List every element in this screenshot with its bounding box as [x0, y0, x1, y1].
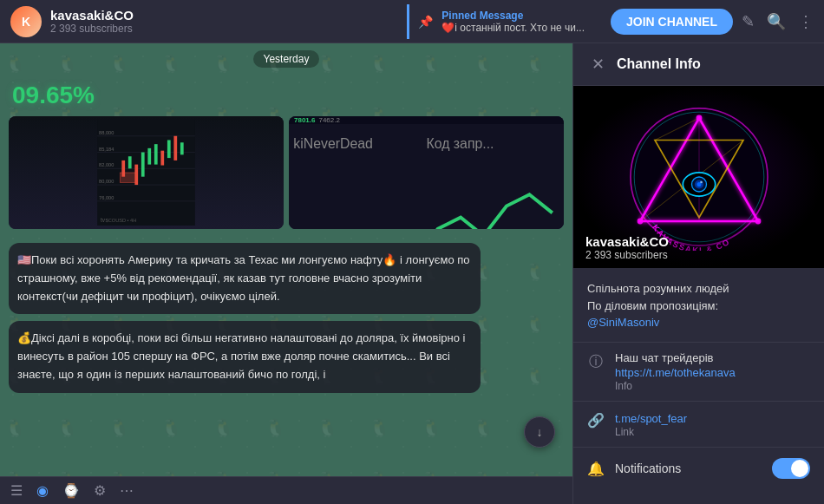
- chat-area: Yesterday 09.65%: [0, 43, 572, 504]
- svg-rect-16: [154, 144, 158, 164]
- message-text-1: 🇺🇸Поки всі хоронять Америку та кричать з…: [17, 252, 472, 305]
- svg-point-48: [700, 181, 703, 184]
- pin-icon: 📌: [418, 15, 433, 29]
- phone-top-bar: 7801.6 7462.2: [289, 116, 564, 124]
- price-label-2: 7462.2: [318, 116, 339, 124]
- bottom-icons: ☰ ◉ ⌚ ⚙ ⋯: [10, 482, 134, 499]
- svg-rect-14: [141, 153, 145, 177]
- pinned-message-bar[interactable]: 📌 Pinned Message ❤️і останній пост. Хто …: [407, 4, 593, 39]
- message-bubble-2: 💰Діксі далі в коробці, поки всі більш не…: [9, 321, 481, 392]
- chat-link[interactable]: https://t.me/tothekanava: [615, 366, 736, 379]
- main-area: Yesterday 09.65%: [0, 43, 824, 504]
- price-label-1: 7801.6: [294, 116, 315, 124]
- svg-text:Код запр...: Код запр...: [427, 136, 494, 151]
- channel-avatar: K: [10, 6, 42, 37]
- info-description-section: Спільнота розумних людей По діловим проп…: [573, 268, 824, 343]
- link-icon: 🔗: [587, 412, 605, 429]
- search-icon[interactable]: 🔍: [767, 12, 786, 31]
- channel-info-panel: ✕ Channel Info: [572, 43, 824, 504]
- svg-rect-15: [147, 148, 151, 165]
- info-row-chat: ⓘ Наш чат трейдерів https://t.me/totheka…: [573, 343, 824, 402]
- svg-rect-19: [173, 136, 177, 160]
- chat-content: 09.65% 88: [0, 73, 572, 476]
- description-line2: По діловим пропозиціям:: [587, 298, 810, 315]
- info-circle-icon: ⓘ: [587, 353, 605, 371]
- top-icons: ✎ 🔍 ⋮: [742, 12, 814, 31]
- overview-icon[interactable]: ◉: [36, 482, 49, 499]
- svg-text:80,000: 80,000: [99, 179, 114, 184]
- info-row-chat-content: Наш чат трейдерів https://t.me/tothekana…: [615, 351, 810, 392]
- svg-text:76,000: 76,000: [99, 195, 114, 200]
- svg-rect-18: [167, 140, 171, 158]
- chart-thumbnail-2[interactable]: 7801.6 7462.2 kiNeverDead Код запр...: [289, 116, 564, 229]
- notifications-row: 🔔 Notifications: [573, 448, 824, 489]
- more-options-icon[interactable]: ⋮: [798, 12, 814, 31]
- description-line1: Спільнота розумних людей: [587, 280, 810, 298]
- svg-rect-21: [120, 173, 136, 182]
- info-row-spot-content: t.me/spot_fear Link: [615, 410, 810, 438]
- svg-rect-12: [128, 156, 132, 168]
- link2-type: Link: [615, 426, 810, 438]
- svg-rect-17: [160, 151, 164, 166]
- edit-icon[interactable]: ✎: [742, 12, 755, 31]
- spot-link[interactable]: t.me/spot_fear: [615, 412, 687, 425]
- channel-subscribers: 2 393 subscribers: [50, 23, 389, 35]
- channel-info-header: kavasaki&CO 2 393 subscribers: [50, 8, 389, 35]
- info-row-spot: 🔗 t.me/spot_fear Link: [573, 402, 824, 448]
- link1-type: Info: [615, 380, 810, 392]
- chat-label: Наш чат трейдерів: [615, 351, 810, 364]
- banner-caption: kavasaki&CO 2 393 subscribers: [573, 226, 824, 268]
- banner-channel-name: kavasaki&CO: [585, 234, 812, 249]
- description-link[interactable]: @SiniMasoniv: [587, 316, 659, 329]
- svg-text:88,000: 88,000: [99, 130, 114, 135]
- top-bar: K kavasaki&CO 2 393 subscribers 📌 Pinned…: [0, 0, 824, 43]
- media-grid: 88,000 85,184 82,000 80,000 76,000: [9, 116, 564, 229]
- pinned-title: Pinned Message: [441, 10, 585, 22]
- bell-icon: 🔔: [587, 461, 605, 477]
- svg-text:kiNeverDead: kiNeverDead: [293, 136, 373, 151]
- join-channel-button[interactable]: JOIN CHANNEL: [611, 9, 733, 35]
- svg-point-50: [637, 219, 643, 225]
- history-icon[interactable]: ⌚: [62, 482, 80, 499]
- svg-rect-0: [97, 120, 195, 226]
- more-icon[interactable]: ⋯: [120, 482, 134, 499]
- date-badge: Yesterday: [0, 50, 572, 66]
- notifications-label: Notifications: [615, 461, 772, 475]
- svg-text:82,000: 82,000: [99, 162, 114, 167]
- notifications-toggle[interactable]: [772, 458, 810, 479]
- channel-banner: KAVASSAKI & CO kavasaki&CO 2 393 subscri…: [573, 86, 824, 268]
- phone-chart: kiNeverDead Код запр...: [289, 124, 564, 229]
- svg-rect-20: [180, 142, 184, 154]
- panel-header: ✕ Channel Info: [573, 43, 824, 86]
- close-panel-button[interactable]: ✕: [587, 54, 608, 75]
- svg-text:$COUSD • 4Н: $COUSD • 4Н: [106, 218, 137, 223]
- message-bubble: 🇺🇸Поки всі хоронять Америку та кричать з…: [9, 243, 481, 314]
- chart-thumbnail-1[interactable]: 88,000 85,184 82,000 80,000 76,000: [9, 116, 284, 229]
- panel-title: Channel Info: [617, 56, 701, 72]
- channel-name: kavasaki&CO: [50, 8, 389, 23]
- svg-text:85,184: 85,184: [99, 147, 114, 152]
- pinned-preview: ❤️і останній пост. Хто не чи...: [441, 22, 585, 34]
- chart-svg-1: 88,000 85,184 82,000 80,000 76,000: [12, 120, 280, 226]
- scroll-down-button[interactable]: ↓: [524, 416, 555, 448]
- svg-point-51: [755, 219, 761, 225]
- scroll-down-icon: ↓: [537, 425, 543, 439]
- banner-subscriber-count: 2 393 subscribers: [585, 249, 812, 261]
- catalog-icon[interactable]: ☰: [10, 482, 23, 499]
- svg-point-49: [696, 115, 702, 121]
- bottom-toolbar: ☰ ◉ ⌚ ⚙ ⋯: [0, 476, 572, 504]
- percent-badge: 09.65%: [9, 82, 564, 109]
- message-text-2: 💰Діксі далі в коробці, поки всі більш не…: [17, 330, 472, 383]
- settings-icon[interactable]: ⚙: [94, 482, 106, 499]
